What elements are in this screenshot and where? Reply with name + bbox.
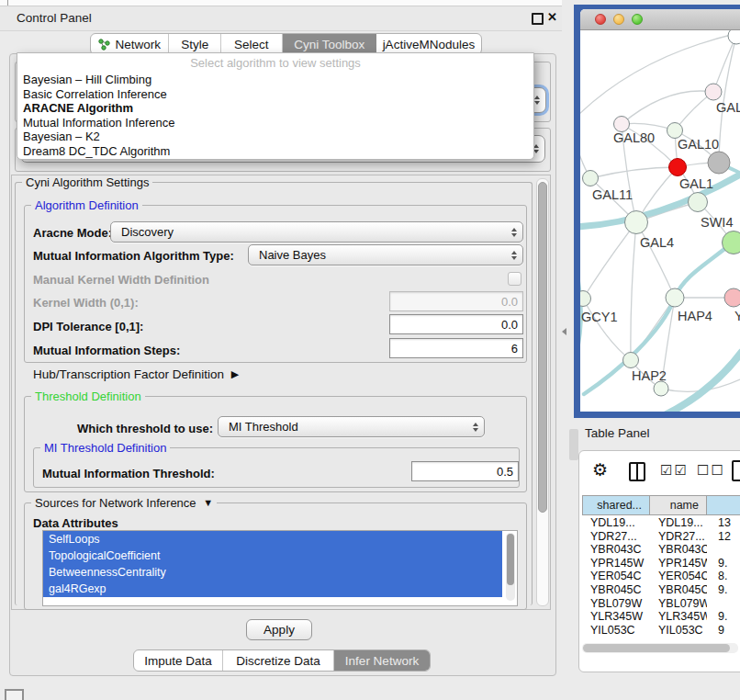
splitter-handle[interactable] [569, 429, 578, 460]
select-all-checkboxes-icon[interactable]: ☑☑ [660, 462, 689, 479]
table-cell[interactable]: YIL053C [582, 624, 650, 638]
network-node[interactable] [724, 288, 740, 307]
sources-title[interactable]: Sources for Network Inference ▼ [31, 496, 217, 510]
table-cell[interactable]: YER054C [582, 570, 650, 583]
table-cell[interactable]: YER054C [650, 570, 707, 583]
table-cell[interactable]: YPR145W [650, 557, 707, 570]
zoom-traffic-light-icon[interactable] [632, 14, 643, 25]
data-attribute-item[interactable]: TopologicalCoefficient [43, 548, 502, 564]
tab-select[interactable]: Select [221, 34, 283, 54]
manual-kernel-checkbox[interactable] [508, 272, 521, 286]
collapsed-panel-icon[interactable] [5, 689, 24, 700]
table-cell[interactable]: 13 [707, 516, 740, 530]
which-threshold-combo[interactable]: MI Threshold [218, 416, 485, 437]
data-attributes-list[interactable]: SelfLoopsTopologicalCoefficientBetweenne… [42, 530, 518, 606]
table-cell[interactable]: YBR043C [582, 543, 650, 557]
column-header-cut[interactable] [707, 495, 740, 515]
data-attribute-item[interactable]: gal4RGexp [43, 581, 502, 597]
table-cell[interactable]: 9. [707, 583, 740, 597]
apply-button[interactable]: Apply [246, 619, 312, 640]
network-node[interactable] [667, 123, 683, 139]
tab-jactivemnodules[interactable]: jActiveMNodules [376, 34, 481, 54]
tab-cyni-toolbox[interactable]: Cyni Toolbox [283, 34, 376, 54]
scrollbar-thumb[interactable] [538, 182, 547, 513]
table-row[interactable]: YPR145WYPR145W9. [582, 557, 740, 570]
aracne-mode-combo[interactable]: Discovery [110, 221, 523, 243]
tab-network[interactable]: Network [91, 34, 169, 54]
network-node[interactable] [708, 152, 730, 174]
split-columns-icon[interactable] [629, 462, 645, 481]
network-node[interactable] [723, 231, 740, 254]
algorithm-option[interactable]: Bayesian – Hill Climbing [21, 73, 530, 87]
table-row[interactable]: YER054CYER054C8. [582, 570, 740, 583]
table-cell[interactable]: YDL19... [650, 516, 707, 530]
data-attribute-item[interactable]: SelfLoops [43, 531, 502, 548]
algorithm-option[interactable]: Bayesian – K2 [21, 130, 530, 144]
table-cell[interactable]: YDR27... [582, 530, 650, 544]
table-cell[interactable]: YDR27... [650, 530, 707, 544]
table-row[interactable]: YIL053CYIL053C9 [582, 624, 740, 638]
dpi-tolerance-input[interactable]: 0.0 [389, 314, 523, 334]
table-row[interactable]: YLR345WYLR345W9. [582, 610, 740, 624]
algorithm-option[interactable]: Dream8 DC_TDC Algorithm [21, 144, 530, 159]
table-horizontal-scrollbar[interactable] [582, 643, 738, 653]
network-node[interactable] [623, 353, 639, 368]
table-row[interactable]: YBR045CYBR045C9. [582, 583, 740, 597]
table-row[interactable]: YDR27...YDR27...12 [582, 530, 740, 544]
table-cell[interactable]: 9. [707, 610, 740, 624]
table-cell[interactable] [707, 543, 740, 557]
document-icon[interactable] [732, 460, 740, 481]
settings-vertical-scrollbar[interactable] [536, 178, 549, 606]
table-cell[interactable]: YDL19... [582, 516, 650, 530]
gear-icon[interactable]: ⚙ [592, 459, 608, 480]
mi-threshold-input[interactable]: 0.5 [411, 461, 519, 481]
algorithm-option[interactable]: Mutual Information Inference [21, 116, 530, 130]
table-row[interactable]: YBL079WYBL079W [582, 597, 740, 611]
algorithm-option[interactable]: ARACNE Algorithm [21, 101, 530, 116]
table-cell[interactable]: YBR043C [650, 543, 707, 557]
algorithm-option[interactable]: Basic Correlation Inference [21, 87, 530, 102]
close-traffic-light-icon[interactable] [595, 14, 606, 25]
deselect-all-checkboxes-icon[interactable]: ☐☐ [697, 462, 725, 479]
network-node[interactable] [583, 171, 599, 186]
table-cell[interactable]: 8. [707, 570, 740, 583]
table-row[interactable]: YDL19...YDL19...13 [582, 516, 740, 530]
minimize-traffic-light-icon[interactable] [613, 14, 624, 25]
scrollbar-thumb[interactable] [583, 644, 730, 652]
kernel-width-input[interactable]: 0.0 [389, 291, 523, 311]
mi-steps-input[interactable]: 6 [389, 338, 523, 358]
tab-style[interactable]: Style [169, 34, 221, 54]
network-node[interactable] [705, 84, 722, 100]
hub-expander[interactable]: Hub/Transcription Factor Definition ▶ [33, 367, 239, 381]
table-cell[interactable]: YBR045C [650, 583, 707, 597]
table-cell[interactable]: YLR345W [582, 610, 650, 624]
table-cell[interactable]: YBR045C [582, 583, 650, 597]
network-node[interactable] [728, 30, 740, 44]
float-panel-icon[interactable] [532, 13, 544, 25]
network-node[interactable] [654, 381, 668, 396]
table-cell[interactable] [707, 597, 740, 611]
tab-discretize-data[interactable]: Discretize Data [223, 650, 334, 671]
table-cell[interactable]: YBL079W [582, 597, 650, 611]
scrollbar-thumb[interactable] [507, 534, 514, 585]
table-cell[interactable]: YIL053C [650, 624, 707, 638]
table-cell[interactable]: YLR345W [650, 610, 707, 624]
table-row[interactable]: YBR043CYBR043C [582, 543, 740, 557]
network-node[interactable] [689, 193, 708, 212]
table-cell[interactable]: YBL079W [650, 597, 707, 611]
table-cell[interactable]: YPR145W [582, 557, 650, 570]
network-canvas[interactable]: GALGAL80GAL10GAL1GAL11SWI4GAL4GCY1HAP4YH… [580, 30, 740, 412]
close-panel-icon[interactable]: ✕ [547, 10, 557, 24]
network-node[interactable] [669, 159, 687, 176]
table-cell[interactable]: 9 [707, 624, 740, 638]
tab-infer-network[interactable]: Infer Network [334, 650, 430, 671]
column-header-name[interactable]: name [650, 495, 707, 515]
mi-type-combo[interactable]: Naive Bayes [248, 244, 523, 265]
network-window-titlebar[interactable] [580, 9, 740, 30]
tab-impute-data[interactable]: Impute Data [134, 650, 223, 671]
attributes-scrollbar[interactable] [506, 533, 515, 601]
network-node[interactable] [580, 291, 591, 307]
table-cell[interactable]: 12 [707, 530, 740, 544]
column-header-shared-name[interactable]: shared... [582, 495, 650, 515]
splitter-collapse-arrow[interactable] [562, 328, 566, 335]
